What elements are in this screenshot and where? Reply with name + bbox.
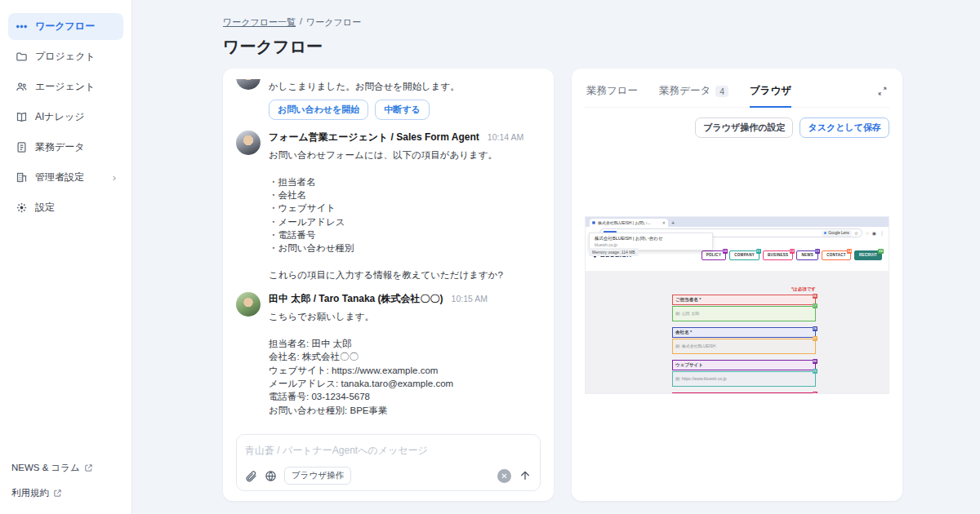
browser-viewport[interactable]: 株式会社BLUEISH | お問い... ✕ + ← Google Lens xyxy=(585,216,889,394)
som-badge: 16 xyxy=(813,294,817,299)
field-label: 会社名 *18 xyxy=(672,327,816,338)
interrupt-button[interactable]: 中断する xyxy=(375,100,430,120)
site-nav-business: BUSINESS12 xyxy=(763,250,793,260)
avatar-clipped xyxy=(236,79,261,90)
sidebar-item-ai-knowledge[interactable]: AIナレッジ xyxy=(8,104,123,131)
expand-panel-button[interactable] xyxy=(877,85,888,100)
book-icon xyxy=(16,111,28,123)
form-field-name: ご担当者名 *16 例: 山田 太郎17 xyxy=(672,295,816,321)
message-input[interactable] xyxy=(245,445,532,456)
favicon xyxy=(592,221,595,224)
site-nav-recruit: RECRUIT15 xyxy=(854,250,882,260)
web-access-button[interactable] xyxy=(265,470,277,482)
external-link-icon xyxy=(53,489,62,498)
clear-input-button[interactable]: ✕ xyxy=(497,469,511,483)
tab-label: 業務フロー xyxy=(586,84,638,98)
site-nav-news: NEWS13 xyxy=(796,250,818,260)
tab-label: 業務データ xyxy=(659,84,710,98)
globe-icon xyxy=(265,470,277,482)
sidebar-item-project[interactable]: プロジェクト xyxy=(8,43,123,70)
som-badge: 17 xyxy=(813,304,817,308)
breadcrumb-current: ワークフロー xyxy=(306,16,361,29)
attach-file-button[interactable] xyxy=(245,470,257,482)
chat-panel: かしこまりました。お問合せを開始します。 お問い合わせを開始 中断する フォーム… xyxy=(223,69,554,501)
footer-link-label: 利用規約 xyxy=(11,487,49,499)
sidebar-item-label: エージェント xyxy=(35,80,95,94)
site-body: *は必須です ご担当者名 *16 例: 山田 太郎17 会社名 *18 例: 株… xyxy=(586,271,889,394)
tab-business-flow[interactable]: 業務フロー xyxy=(586,84,638,106)
sidebar-item-label: 管理者設定 xyxy=(35,171,84,184)
tab-business-data[interactable]: 業務データ 4 xyxy=(659,84,728,106)
som-badge: 22 xyxy=(813,392,817,395)
close-tab-icon: ✕ xyxy=(662,220,666,225)
required-note: *は必須です xyxy=(672,286,816,292)
expand-icon xyxy=(877,86,888,96)
sidebar: ワークフロー プロジェクト エージェント AIナレッジ 業務データ 管理者設定 … xyxy=(0,0,132,514)
footer-link-label: NEWS & コラム xyxy=(11,462,80,474)
document-icon xyxy=(16,141,28,153)
memory-usage-chip: Memory usage: 114 MB xyxy=(589,248,639,256)
workflow-icon xyxy=(16,20,28,33)
composer: ブラウザ操作 ✕ xyxy=(236,434,541,491)
start-inquiry-button[interactable]: お問い合わせを開始 xyxy=(269,100,368,120)
content-panels: かしこまりました。お問合せを開始します。 お問い合わせを開始 中断する フォーム… xyxy=(223,69,980,501)
sidebar-item-admin-settings[interactable]: 管理者設定 › xyxy=(8,164,123,191)
tab-browser[interactable]: ブラウザ xyxy=(750,84,791,108)
chevron-right-icon: › xyxy=(113,172,116,183)
som-badge: 19 xyxy=(813,336,817,341)
field-input: 例: https://www.blueish.co.jp21 xyxy=(672,371,816,387)
site-nav-contact: CONTACT14 xyxy=(822,250,851,260)
sidebar-link-terms[interactable]: 利用規約 xyxy=(11,487,120,499)
browser-operation-settings-button[interactable]: ブラウザ操作の設定 xyxy=(695,117,793,138)
tab-count-badge: 4 xyxy=(715,86,728,97)
field-label: メールアドレス *22 xyxy=(672,392,816,394)
avatar xyxy=(236,79,261,90)
tab-label: ブラウザ xyxy=(750,84,791,98)
chat-message-list[interactable]: かしこまりました。お問合せを開始します。 お問い合わせを開始 中断する フォーム… xyxy=(236,79,541,425)
sidebar-link-news[interactable]: NEWS & コラム xyxy=(11,462,120,474)
chat-message-partial: かしこまりました。お問合せを開始します。 お問い合わせを開始 中断する xyxy=(236,79,541,120)
field-label: ご担当者名 *16 xyxy=(672,295,816,305)
form-field-website: ウェブサイト20 例: https://www.blueish.co.jp21 xyxy=(672,360,816,387)
message-text: こちらでお願いします。 担当者名: 田中 太郎 会社名: 株式会社〇〇 ウェブサ… xyxy=(269,310,488,417)
gear-icon xyxy=(16,202,28,214)
som-badge: 14 xyxy=(847,249,852,254)
site-nav: POLICY10 COMPANY11 BUSINESS12 NEWS13 CON… xyxy=(702,250,882,260)
sidebar-item-workflow[interactable]: ワークフロー xyxy=(8,13,123,40)
sidebar-item-business-data[interactable]: 業務データ xyxy=(8,134,123,161)
suggestion-title: 株式会社BLUEISH | お問い合わせ xyxy=(595,236,707,241)
browser-tab-title: 株式会社BLUEISH | お問い... xyxy=(598,220,651,225)
suggestion-url: blueish.co.jp xyxy=(595,242,707,247)
bookmark-star-icon: ☆ xyxy=(854,231,858,236)
som-badge: 21 xyxy=(813,369,817,374)
site-nav-company: COMPANY11 xyxy=(729,250,760,260)
google-lens-chip: Google Lens xyxy=(822,230,852,237)
message-author: 田中 太郎 / Taro Tanaka (株式会社〇〇) xyxy=(269,292,443,306)
breadcrumb-parent-link[interactable]: ワークフロー一覧 xyxy=(223,16,296,29)
avatar xyxy=(236,131,261,155)
breadcrumb-separator: / xyxy=(300,16,302,29)
browser-menu-icon: ⋮ xyxy=(880,231,884,236)
browser-tab-strip: 株式会社BLUEISH | お問い... ✕ + xyxy=(586,217,889,227)
avatar xyxy=(236,292,261,317)
external-link-icon xyxy=(84,463,93,472)
browser-tab: 株式会社BLUEISH | お問い... ✕ xyxy=(590,219,668,227)
save-as-task-button[interactable]: タスクとして保存 xyxy=(800,117,889,138)
sidebar-item-label: ワークフロー xyxy=(35,20,95,33)
preview-panel: 業務フロー 業務データ 4 ブラウザ ブラウザ操作の設定 タスクとして保存 xyxy=(572,69,902,501)
sidebar-item-settings[interactable]: 設定 xyxy=(8,194,123,221)
chat-message: フォーム営業エージェント / Sales Form Agent 10:14 AM… xyxy=(236,131,541,281)
som-badge: 11 xyxy=(756,249,761,254)
folder-icon xyxy=(16,51,28,63)
extensions-icon: ◌ xyxy=(866,231,869,236)
som-badge: 18 xyxy=(813,326,817,331)
sidebar-item-label: 設定 xyxy=(35,201,55,215)
send-message-button[interactable] xyxy=(519,469,532,482)
sidebar-item-agent[interactable]: エージェント xyxy=(8,73,123,100)
people-icon xyxy=(16,81,28,93)
browser-operation-chip[interactable]: ブラウザ操作 xyxy=(284,467,351,485)
field-input: 例: 山田 太郎17 xyxy=(672,306,816,321)
message-time: 10:15 AM xyxy=(452,294,488,304)
message-author: フォーム営業エージェント / Sales Form Agent xyxy=(269,131,479,144)
message-time: 10:14 AM xyxy=(488,132,523,142)
